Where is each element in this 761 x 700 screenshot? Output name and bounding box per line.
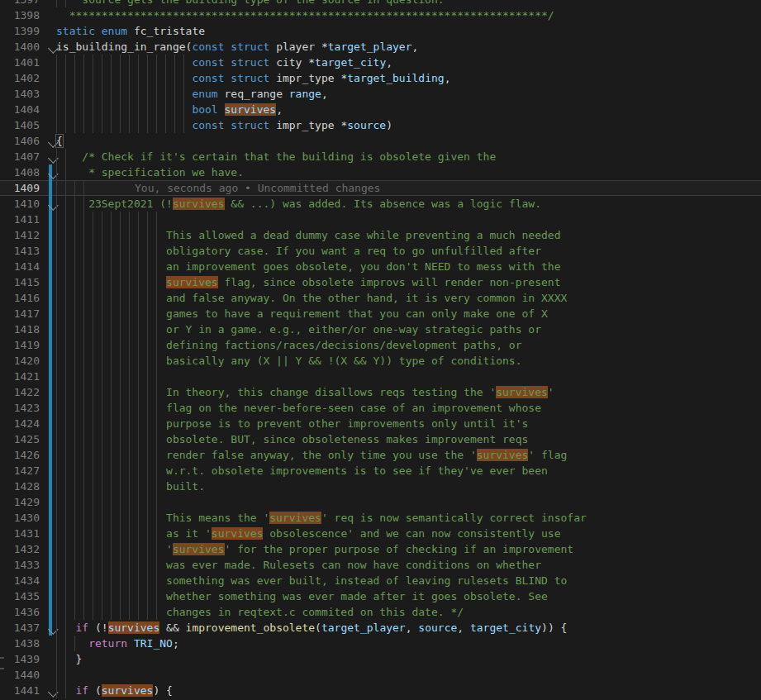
modified-line-indicator[interactable] xyxy=(49,353,52,369)
line-number[interactable]: 1401 xyxy=(0,55,40,70)
code-line[interactable]: 1439 } xyxy=(0,651,761,667)
line-number[interactable]: 1423 xyxy=(0,400,40,416)
line-number[interactable]: 1431 xyxy=(0,526,40,541)
line-number[interactable]: 1417 xyxy=(0,306,40,321)
code-line[interactable]: 1402 const struct impr_type *target_buil… xyxy=(0,70,761,86)
line-number[interactable]: 1437 xyxy=(0,620,40,636)
line-number[interactable]: 1403 xyxy=(0,86,40,102)
modified-line-indicator[interactable] xyxy=(49,479,52,494)
code-line[interactable]: 1397 source gets the building type of th… xyxy=(0,0,761,7)
modified-line-indicator[interactable] xyxy=(49,212,52,227)
modified-line-indicator[interactable] xyxy=(49,463,52,479)
code-line[interactable]: 1432 'survives' for the proper purpose o… xyxy=(0,541,761,557)
line-number[interactable]: 1406 xyxy=(0,133,40,149)
line-number[interactable]: 1440 xyxy=(0,667,40,683)
modified-line-indicator[interactable] xyxy=(49,416,52,431)
line-number[interactable]: 1400 xyxy=(0,39,40,55)
code-line[interactable]: 1425 obsolete. BUT, since obsoleteness m… xyxy=(0,431,761,447)
code-line[interactable]: 1400is_building_in_range(const struct pl… xyxy=(0,39,761,55)
modified-line-indicator[interactable] xyxy=(49,557,52,573)
line-number[interactable]: 1422 xyxy=(0,384,40,400)
line-number[interactable]: 1439 xyxy=(0,651,40,667)
line-number[interactable]: 1436 xyxy=(0,604,40,620)
line-number[interactable]: 1402 xyxy=(0,70,40,86)
code-line[interactable]: 1412 This allowed a dead dummy case whil… xyxy=(0,227,761,243)
line-number[interactable]: 1434 xyxy=(0,573,40,588)
code-line[interactable]: 1426 render false anyway, the only time … xyxy=(0,447,761,463)
line-number[interactable]: 1405 xyxy=(0,117,40,133)
modified-line-indicator[interactable] xyxy=(49,573,52,588)
modified-line-indicator[interactable] xyxy=(49,588,52,604)
code-line[interactable]: 1403 enum req_range range, xyxy=(0,86,761,102)
line-number[interactable]: 1397 xyxy=(0,0,40,7)
code-line[interactable]: 1429 xyxy=(0,494,761,510)
modified-line-indicator[interactable] xyxy=(49,604,52,620)
modified-line-indicator[interactable] xyxy=(49,541,52,557)
line-number[interactable]: 1419 xyxy=(0,337,40,353)
code-line[interactable]: 1430 This means the 'survives' req is no… xyxy=(0,510,761,526)
modified-line-indicator[interactable] xyxy=(49,227,52,243)
line-number[interactable]: 1441 xyxy=(0,683,40,698)
line-number[interactable]: 1433 xyxy=(0,557,40,573)
modified-line-indicator[interactable] xyxy=(49,431,52,447)
code-line[interactable]: 1416 and false anyway. On the other hand… xyxy=(0,290,761,306)
line-number[interactable]: 1404 xyxy=(0,102,40,117)
modified-line-indicator[interactable] xyxy=(49,510,52,526)
modified-line-indicator[interactable] xyxy=(49,494,52,510)
line-number[interactable]: 1414 xyxy=(0,259,40,274)
code-line[interactable]: 1415 survives flag, since obsolete impro… xyxy=(0,274,761,290)
modified-line-indicator[interactable] xyxy=(49,447,52,463)
code-line[interactable]: 1401 const struct city *target_city, xyxy=(0,55,761,70)
code-line[interactable]: 1431 as it 'survives obsolescence' and w… xyxy=(0,526,761,541)
code-line[interactable]: 1440 xyxy=(0,667,761,683)
line-number[interactable]: 1407 xyxy=(0,149,40,164)
line-number[interactable]: 1421 xyxy=(0,369,40,384)
modified-line-indicator[interactable] xyxy=(49,274,52,290)
modified-line-indicator[interactable] xyxy=(49,180,52,196)
line-number[interactable]: 1410 xyxy=(0,196,40,212)
line-number[interactable]: 1424 xyxy=(0,416,40,431)
code-line[interactable]: 1437 if (!survives && improvement_obsole… xyxy=(0,620,761,636)
line-number[interactable]: 1429 xyxy=(0,494,40,510)
line-number[interactable]: 1427 xyxy=(0,463,40,479)
code-line[interactable]: 1417 games to have a requirement that yo… xyxy=(0,306,761,321)
line-number[interactable]: 1408 xyxy=(0,164,40,180)
modified-line-indicator[interactable] xyxy=(49,259,52,274)
code-line[interactable]: 1427 w.r.t. obsolete improvements is to … xyxy=(0,463,761,479)
code-line[interactable]: 1434 something was ever built, instead o… xyxy=(0,573,761,588)
line-number[interactable]: 1411 xyxy=(0,212,40,227)
code-line[interactable]: 1408 * specification we have. xyxy=(0,164,761,180)
code-line[interactable]: 1419 defining factions/races/decisions/d… xyxy=(0,337,761,353)
line-number[interactable]: 1412 xyxy=(0,227,40,243)
line-number[interactable]: 1413 xyxy=(0,243,40,259)
code-line[interactable]: 1423 flag on the never-before-seen case … xyxy=(0,400,761,416)
line-number[interactable]: 1432 xyxy=(0,541,40,557)
line-number[interactable]: 1425 xyxy=(0,431,40,447)
line-number[interactable]: 1426 xyxy=(0,447,40,463)
code-line[interactable]: 1433 was ever made. Rulesets can now hav… xyxy=(0,557,761,573)
code-line[interactable]: 1405 const struct impr_type *source) xyxy=(0,117,761,133)
modified-line-indicator[interactable] xyxy=(49,321,52,337)
modified-line-indicator[interactable] xyxy=(49,526,52,541)
line-number[interactable]: 1428 xyxy=(0,479,40,494)
code-line[interactable]: 1428 built. xyxy=(0,479,761,494)
modified-line-indicator[interactable] xyxy=(49,243,52,259)
code-line[interactable]: 1436 changes in reqtext.c commited on th… xyxy=(0,604,761,620)
code-line[interactable]: 1413 obligatory case. If you want a req … xyxy=(0,243,761,259)
code-line[interactable]: 1409You, seconds ago • Uncommitted chang… xyxy=(0,180,761,196)
code-line[interactable]: 1424 purpose is to prevent other improve… xyxy=(0,416,761,431)
code-line[interactable]: 1435 whether something was ever made aft… xyxy=(0,588,761,604)
code-line[interactable]: 1441 if (survives) { xyxy=(0,683,761,698)
line-number[interactable]: 1398 xyxy=(0,7,40,23)
modified-line-indicator[interactable] xyxy=(49,400,52,416)
line-number[interactable]: 1416 xyxy=(0,290,40,306)
line-number[interactable]: 1415 xyxy=(0,274,40,290)
code-line[interactable]: 1406{ xyxy=(0,133,761,149)
line-number[interactable]: 1420 xyxy=(0,353,40,369)
code-line[interactable]: 1407 /* Check if it's certain that the b… xyxy=(0,149,761,164)
line-number[interactable]: 1399 xyxy=(0,23,40,39)
code-line[interactable]: 1404 bool survives, xyxy=(0,102,761,117)
modified-line-indicator[interactable] xyxy=(49,384,52,400)
code-line[interactable]: 1411 xyxy=(0,212,761,227)
code-line[interactable]: 1414 an improvement goes obsolete, you d… xyxy=(0,259,761,274)
